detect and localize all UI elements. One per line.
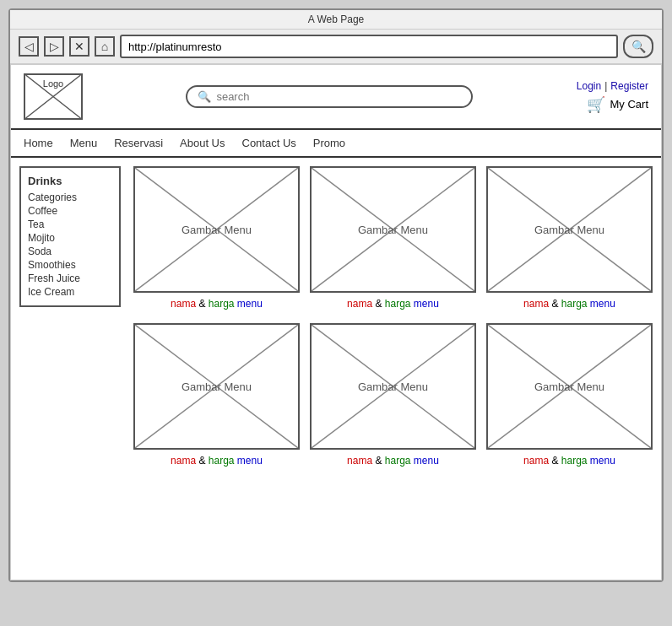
menu-image-2-2: Gambar Menu (310, 323, 476, 450)
menu-row-1: Gambar Menu nama & harga menu (133, 166, 653, 310)
sidebar-title: Drinks (28, 175, 112, 187)
menu-card-1-1[interactable]: Gambar Menu nama & harga menu (133, 166, 300, 310)
menu-caption-2-3: nama & harga menu (523, 455, 615, 467)
menu-row-2: Gambar Menu nama & harga menu (133, 323, 653, 467)
menu-image-label-1-2: Gambar Menu (358, 224, 428, 236)
menu-caption-2-1: nama & harga menu (171, 455, 263, 467)
menu-image-label-2-3: Gambar Menu (534, 380, 604, 393)
sidebar-item-fresh-juice[interactable]: Fresh Juice (28, 272, 112, 285)
login-link[interactable]: Login (577, 80, 601, 92)
menu-card-2-1[interactable]: Gambar Menu nama & harga menu (133, 323, 300, 467)
browser-search-icon: 🔍 (631, 40, 646, 53)
menu-card-1-3[interactable]: Gambar Menu nama & harga menu (486, 166, 653, 310)
cart-label: My Cart (610, 98, 649, 111)
menu-caption-2-2: nama & harga menu (347, 455, 439, 467)
menu-image-1-3: Gambar Menu (486, 166, 653, 293)
menu-caption-1-3: nama & harga menu (523, 298, 615, 310)
back-button[interactable]: ◁ (19, 36, 39, 57)
nav-home[interactable]: Home (24, 137, 53, 149)
home-icon: ⌂ (101, 40, 108, 53)
page-title: A Web Page (308, 13, 365, 25)
address-bar[interactable] (120, 35, 618, 58)
title-bar: A Web Page (10, 10, 662, 30)
sidebar-item-categories[interactable]: Categories (28, 191, 112, 204)
register-link[interactable]: Register (610, 80, 648, 92)
sidebar-item-coffee[interactable]: Coffee (28, 204, 112, 218)
browser-window: A Web Page ◁ ▷ ✕ ⌂ 🔍 Logo (8, 8, 664, 582)
menu-image-1-2: Gambar Menu (310, 166, 476, 293)
close-button[interactable]: ✕ (69, 36, 89, 57)
cart-icon: 🛒 (587, 95, 605, 114)
menu-card-2-2[interactable]: Gambar Menu nama & harga menu (310, 323, 476, 467)
sidebar: Drinks Categories Coffee Tea Mojito Soda… (19, 166, 121, 307)
sidebar-item-tea[interactable]: Tea (28, 218, 112, 231)
search-icon: 🔍 (198, 90, 211, 103)
nav-promo[interactable]: Promo (313, 137, 345, 149)
sidebar-item-soda[interactable]: Soda (28, 245, 112, 258)
menu-image-label-1-3: Gambar Menu (534, 224, 604, 236)
back-icon: ◁ (24, 40, 34, 53)
close-icon: ✕ (74, 40, 84, 53)
cart-area[interactable]: 🛒 My Cart (587, 95, 649, 114)
nav-reservasi[interactable]: Reservasi (114, 137, 163, 149)
browser-search-button[interactable]: 🔍 (623, 35, 653, 58)
menu-image-label-2-2: Gambar Menu (358, 380, 428, 393)
webpage: Logo 🔍 Login | Register (10, 64, 662, 580)
menu-image-label-2-1: Gambar Menu (182, 380, 252, 393)
forward-button[interactable]: ▷ (44, 36, 64, 57)
menu-image-1-1: Gambar Menu (133, 166, 300, 293)
menu-image-2-3: Gambar Menu (486, 323, 653, 450)
menu-caption-1-2: nama & harga menu (347, 298, 439, 310)
nav-contact[interactable]: Contact Us (242, 137, 296, 149)
site-header: Logo 🔍 Login | Register (11, 65, 661, 130)
auth-links: Login | Register (577, 80, 648, 92)
menu-image-label-1-1: Gambar Menu (182, 224, 252, 236)
menu-card-2-3[interactable]: Gambar Menu nama & harga menu (486, 323, 653, 467)
logo: Logo (24, 73, 83, 120)
sidebar-item-ice-cream[interactable]: Ice Cream (28, 285, 112, 299)
nav-menu[interactable]: Menu (70, 137, 98, 149)
search-bar: 🔍 (186, 85, 473, 108)
logo-x-icon (25, 75, 81, 118)
menu-caption-1-1: nama & harga menu (171, 298, 263, 310)
forward-icon: ▷ (50, 40, 59, 53)
menu-grid: Gambar Menu nama & harga menu (133, 166, 653, 571)
sidebar-item-mojito[interactable]: Mojito (28, 231, 112, 245)
search-area: 🔍 (83, 85, 577, 108)
sidebar-item-smoothies[interactable]: Smoothies (28, 258, 112, 272)
menu-image-2-1: Gambar Menu (133, 323, 300, 450)
main-content: Drinks Categories Coffee Tea Mojito Soda… (11, 158, 661, 580)
home-button[interactable]: ⌂ (95, 36, 115, 57)
toolbar: ◁ ▷ ✕ ⌂ 🔍 (10, 30, 662, 64)
auth-divider: | (604, 80, 607, 92)
search-input[interactable] (216, 90, 461, 103)
site-nav: Home Menu Reservasi About Us Contact Us … (11, 130, 661, 158)
menu-card-1-2[interactable]: Gambar Menu nama & harga menu (310, 166, 476, 310)
header-right: Login | Register 🛒 My Cart (577, 80, 648, 114)
nav-about[interactable]: About Us (180, 137, 225, 149)
